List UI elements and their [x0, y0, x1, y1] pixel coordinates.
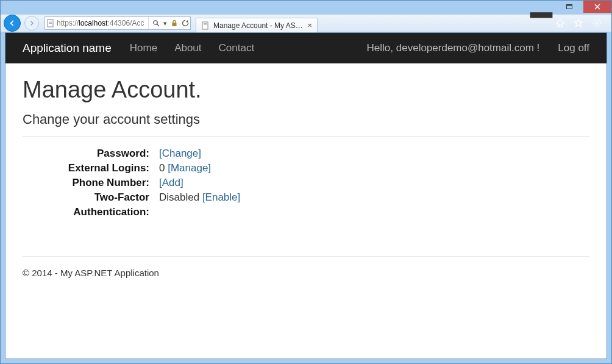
minimize-button[interactable] — [527, 1, 555, 13]
page-title: Manage Account. — [23, 77, 589, 103]
label-phone: Phone Number: — [23, 176, 149, 190]
dropdown-icon[interactable]: ▾ — [163, 20, 167, 27]
change-password-link[interactable]: [Change] — [159, 148, 201, 159]
footer-text: © 2014 - My ASP.NET Application — [23, 268, 159, 278]
label-external-logins: External Logins: — [23, 161, 149, 176]
external-logins-count: 0 — [159, 162, 165, 174]
brand[interactable]: Application name — [23, 41, 112, 55]
favorites-icon[interactable] — [574, 18, 583, 28]
page-subtitle: Change your account settings — [23, 112, 589, 127]
settings-list: Password: External Logins: Phone Number:… — [23, 146, 589, 219]
app-navbar: Application name Home About Contact Hell… — [5, 33, 607, 63]
svg-rect-11 — [173, 23, 177, 26]
tab-title: Manage Account - My ASP.... — [213, 21, 304, 30]
url-host: localhost — [79, 19, 107, 27]
row-phone: [Add] — [159, 176, 240, 190]
svg-point-9 — [154, 21, 157, 24]
nav-logoff[interactable]: Log off — [558, 42, 589, 54]
page-icon — [46, 19, 55, 27]
browser-window: https://localhost:44306/Acc ▾ Manage Acc… — [0, 0, 612, 364]
label-password: Password: — [23, 146, 149, 161]
row-external-logins: 0 [Manage] — [159, 161, 240, 176]
toolbar-right — [555, 18, 609, 28]
svg-point-15 — [596, 22, 598, 24]
close-button[interactable] — [583, 1, 611, 13]
browser-toolbar: https://localhost:44306/Acc ▾ Manage Acc… — [1, 14, 611, 32]
address-text: https://localhost:44306/Acc — [57, 19, 144, 27]
address-bar[interactable]: https://localhost:44306/Acc ▾ — [44, 16, 191, 30]
svg-rect-12 — [202, 22, 208, 29]
titlebar — [1, 1, 611, 14]
url-scheme: https:// — [57, 19, 79, 27]
label-twofa-1: Two-Factor — [23, 190, 149, 205]
svg-rect-6 — [49, 21, 52, 21]
home-icon[interactable] — [555, 18, 565, 28]
browser-tab[interactable]: Manage Account - My ASP.... × — [196, 18, 318, 32]
nav-about[interactable]: About — [174, 42, 201, 54]
svg-rect-8 — [49, 23, 52, 24]
settings-labels: Password: External Logins: Phone Number:… — [23, 146, 149, 219]
maximize-button[interactable] — [555, 1, 583, 13]
refresh-icon[interactable] — [182, 20, 189, 27]
nav-greeting[interactable]: Hello, developerdemo@hotmail.com ! — [367, 42, 540, 54]
url-port: :44306 — [107, 19, 130, 27]
row-twofa: Disabled [Enable] — [159, 190, 240, 205]
svg-rect-0 — [530, 12, 553, 18]
svg-rect-7 — [49, 22, 52, 23]
row-password: [Change] — [159, 146, 240, 161]
nav-back-button[interactable] — [3, 14, 21, 32]
lock-icon[interactable] — [171, 20, 178, 27]
settings-values: [Change] 0 [Manage] [Add] Disabled [Enab… — [149, 146, 240, 219]
tab-page-icon — [201, 21, 210, 30]
label-twofa-2: Authentication: — [23, 205, 149, 219]
twofa-status: Disabled — [159, 191, 199, 203]
tab-close-icon[interactable]: × — [307, 21, 312, 30]
footer: © 2014 - My ASP.NET Application — [23, 256, 589, 278]
svg-rect-14 — [204, 24, 207, 25]
nav-contact[interactable]: Contact — [219, 42, 255, 54]
enable-twofa-link[interactable]: [Enable] — [202, 191, 240, 203]
nav-home[interactable]: Home — [130, 42, 157, 54]
settings-icon[interactable] — [592, 18, 602, 28]
nav-forward-button[interactable] — [23, 14, 41, 32]
divider — [23, 136, 589, 137]
svg-rect-13 — [204, 23, 207, 24]
manage-logins-link[interactable]: [Manage] — [168, 162, 211, 174]
add-phone-link[interactable]: [Add] — [159, 177, 183, 188]
svg-rect-2 — [567, 5, 572, 6]
page-viewport: Application name Home About Contact Hell… — [5, 32, 607, 359]
search-icon[interactable] — [152, 20, 160, 27]
url-path: /Acc — [130, 19, 144, 27]
page-body: Manage Account. Change your account sett… — [5, 63, 607, 291]
address-bar-controls: ▾ — [148, 17, 189, 29]
svg-line-10 — [157, 24, 160, 27]
tab-bar: Manage Account - My ASP.... × — [196, 14, 318, 32]
